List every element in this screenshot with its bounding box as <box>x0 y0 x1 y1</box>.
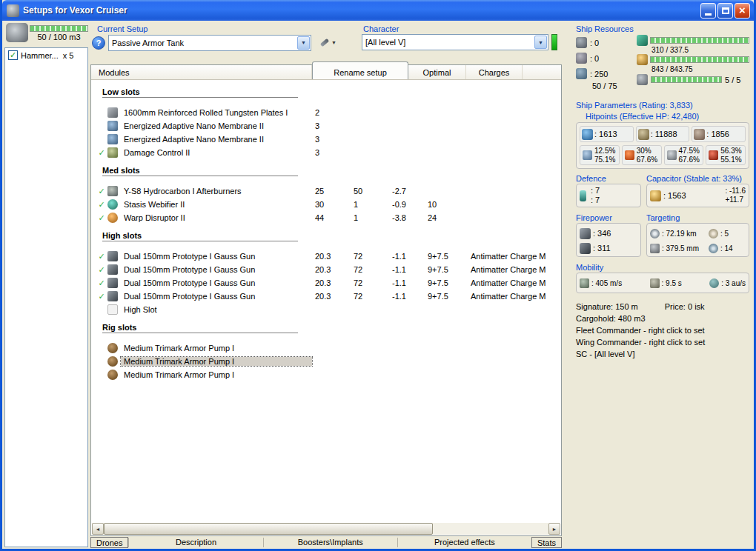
maximize-button[interactable] <box>717 3 733 19</box>
powergrid-icon <box>637 54 648 65</box>
module-row[interactable]: Energized Adaptive Nano Membrane II 3 <box>91 119 561 133</box>
module-row[interactable]: Medium Trimark Armor Pump I <box>91 368 561 381</box>
module-row[interactable]: ✓ Dual 150mm Prototype I Gauss Gun 20.3 … <box>91 276 561 290</box>
turret-hardpoints-value: : 0 <box>590 39 599 47</box>
volley-value: : 311 <box>593 244 611 253</box>
module-row[interactable]: ✓ Damage Control II 3 <box>91 146 561 159</box>
tab-drones[interactable]: Drones <box>90 537 128 548</box>
scan-resolution-icon <box>650 244 660 253</box>
hitpoints-box: : 1613 : 11888 : 1856 12.5%75.1% 30%67.6… <box>576 122 749 169</box>
drone-checkbox[interactable]: ✓ <box>8 50 18 60</box>
section-rig-slots: Rig slots Medium Trimark Armor Pump I <box>91 323 561 381</box>
tab-description[interactable]: Description <box>128 538 262 547</box>
module-col2: 50 <box>351 187 389 196</box>
module-col1: 3 <box>312 121 351 130</box>
module-row-empty[interactable]: High Slot <box>91 303 561 316</box>
explosive-shield-resist: 56.3% <box>720 147 741 155</box>
active-check-icon: ✓ <box>96 252 107 261</box>
active-check-icon: ✓ <box>96 278 107 288</box>
help-button[interactable]: ? <box>92 36 105 50</box>
gauss-gun-icon <box>107 264 118 275</box>
section-high-slots: High slots ✓ Dual 150mm Prototype I Gaus… <box>91 231 561 316</box>
module-row-selected[interactable]: Medium Trimark Armor Pump I <box>91 355 561 368</box>
titlebar[interactable]: Setups for Vexor Cruiser × <box>2 0 754 21</box>
scrollbar-track[interactable] <box>104 523 548 535</box>
module-list: Low slots 1600mm Reinforced Rolled Tungs… <box>91 81 561 522</box>
rename-setup-tab[interactable]: Rename setup <box>312 61 408 79</box>
ship-info: Signature: 150 m Price: 0 isk Cargohold:… <box>576 301 749 360</box>
charges-column-header[interactable]: Charges <box>466 65 523 79</box>
max-targets-value: : 5 <box>720 230 729 238</box>
fleet-commander-line[interactable]: Fleet Commander - right click to set <box>576 324 749 336</box>
structure-icon <box>694 129 705 140</box>
module-row[interactable]: ✓ Warp Disruptor II 44 1 -3.8 24 <box>91 211 561 224</box>
module-charge: Antimatter Charge M <box>468 292 561 301</box>
cpu-icon <box>637 35 648 46</box>
drone-list-item[interactable]: ✓ Hammer... x 5 <box>7 50 86 61</box>
window-title: Setups for Vexor Cruiser <box>23 5 699 16</box>
wing-commander-line[interactable]: Wing Commander - right click to set <box>576 336 749 348</box>
scrollbar-thumb[interactable] <box>104 523 433 535</box>
active-check-icon: ✓ <box>96 213 107 223</box>
tab-projected-effects[interactable]: Projected effects <box>397 538 531 547</box>
module-row[interactable]: ✓ Y-S8 Hydrocarbon I Afterburners 25 50 … <box>91 184 561 198</box>
dps-value: : 346 <box>593 229 611 238</box>
empty-highslot-icon <box>107 304 118 315</box>
tab-boosters-implants[interactable]: Boosters\Implants <box>263 538 397 547</box>
minimize-button[interactable] <box>700 3 716 19</box>
horizontal-scrollbar[interactable]: ◄ ► <box>92 523 560 535</box>
firepower-label: Firepower <box>576 213 641 222</box>
drone-icon <box>637 74 648 85</box>
module-col3: -3.8 <box>389 213 425 222</box>
combo-dropdown-icon[interactable]: ▼ <box>297 36 310 50</box>
scan-resolution-value: : 379.5 mm <box>662 244 699 253</box>
cpu-bar <box>650 37 749 44</box>
optimal-column-header[interactable]: Optimal <box>408 65 466 79</box>
section-title: Low slots <box>102 87 298 98</box>
speed-value: : 405 m/s <box>591 279 622 287</box>
squad-commander-line[interactable]: SC - [All level V] <box>576 348 749 360</box>
tab-stats[interactable]: Stats <box>531 537 562 548</box>
character-combobox[interactable]: [All level V] ▼ <box>362 34 548 50</box>
module-row[interactable]: ✓ Dual 150mm Prototype I Gauss Gun 20.3 … <box>91 250 561 263</box>
drone-list[interactable]: ✓ Hammer... x 5 <box>4 47 88 547</box>
combo-dropdown-icon[interactable]: ▼ <box>534 36 547 49</box>
mobility-label: Mobility <box>576 263 749 272</box>
module-col3: -1.1 <box>389 278 425 287</box>
app-window: Setups for Vexor Cruiser × 50 / 100 m3 ✓… <box>0 0 756 551</box>
module-name: Dual 150mm Prototype I Gauss Gun <box>121 265 312 274</box>
module-col2: 1 <box>351 213 389 222</box>
module-name: Y-S8 Hydrocarbon I Afterburners <box>121 187 312 196</box>
module-col3: -1.1 <box>389 265 425 274</box>
setup-tools-button[interactable]: ▼ <box>315 35 342 51</box>
scroll-right-button[interactable]: ► <box>548 523 560 535</box>
powergrid-bar <box>650 56 749 63</box>
module-row[interactable]: Energized Adaptive Nano Membrane II 3 <box>91 133 561 146</box>
capacitor-label: Capacitor (Stable at: 33%) <box>646 174 749 183</box>
targeting-range-icon <box>650 229 660 238</box>
close-button[interactable]: × <box>735 3 750 19</box>
modules-column-header[interactable]: Modules <box>91 65 312 79</box>
armor-icon <box>638 129 649 140</box>
stasis-webifier-icon <box>107 199 118 210</box>
active-check-icon: ✓ <box>96 148 107 158</box>
section-low-slots: Low slots 1600mm Reinforced Rolled Tungs… <box>91 87 561 159</box>
module-row[interactable]: 1600mm Reinforced Rolled Tungsten Plates… <box>91 106 561 119</box>
module-row[interactable]: ✓ Dual 150mm Prototype I Gauss Gun 20.3 … <box>91 290 561 303</box>
module-row[interactable]: Medium Trimark Armor Pump I <box>91 341 561 355</box>
module-charge: Antimatter Charge M <box>468 252 561 261</box>
drone-bay-icon <box>6 23 28 42</box>
damage-control-icon <box>107 147 118 158</box>
section-title: High slots <box>102 231 298 241</box>
module-name: Dual 150mm Prototype I Gauss Gun <box>121 278 312 287</box>
nano-membrane-icon <box>107 134 118 144</box>
mobility-box: : 405 m/s : 9.5 s : 3 au/s <box>576 273 749 293</box>
drone-capacity-bar <box>30 25 88 32</box>
module-row[interactable]: ✓ Dual 150mm Prototype I Gauss Gun 20.3 … <box>91 263 561 276</box>
module-row[interactable]: ✓ Stasis Webifier II 30 1 -0.9 10 <box>91 198 561 211</box>
setup-combobox[interactable]: Passive Armor Tank ▼ <box>108 35 311 51</box>
capacitor-box: : 1563 : -11.6+11.7 <box>646 184 749 207</box>
character-combobox-value: [All level V] <box>362 38 534 47</box>
scroll-left-button[interactable]: ◄ <box>92 523 104 535</box>
em-armor-resist: 75.1% <box>594 156 615 164</box>
